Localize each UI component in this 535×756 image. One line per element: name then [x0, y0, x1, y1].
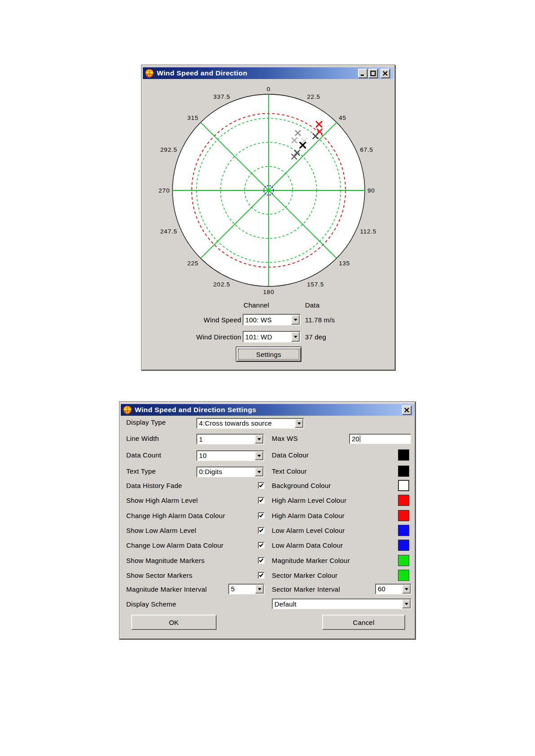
- check-icon: [259, 528, 264, 533]
- low-alarm-level-colour-label: Low Alarm Level Colour: [272, 527, 345, 534]
- magnitude-marker-interval-label: Magnitude Marker Interval: [126, 585, 207, 593]
- display-scheme-label: Display Scheme: [126, 600, 176, 608]
- cancel-button[interactable]: Cancel: [322, 615, 405, 630]
- data-count-combo-dropdown-button[interactable]: [255, 451, 263, 460]
- check-icon: [259, 543, 264, 548]
- tick-label-157.5: 157.5: [307, 281, 324, 288]
- magnitude-marker-interval-combo-dropdown-button[interactable]: [255, 585, 264, 593]
- change-high-alarm-data-colour-label: Change High Alarm Data Colour: [126, 512, 225, 519]
- wind-speed-label: Wind Speed: [150, 316, 241, 324]
- data-history-fade-label: Data History Fade: [126, 482, 182, 489]
- channel-header: Channel: [243, 301, 269, 309]
- chevron-down-icon: [294, 336, 297, 340]
- wind-speed-channel-combo[interactable]: 100: WS: [243, 314, 301, 325]
- data-colour-label: Data Colour: [272, 451, 309, 459]
- magnitude-marker-colour-swatch[interactable]: [398, 555, 409, 566]
- ok-button-label: OK: [169, 619, 179, 626]
- chevron-down-icon: [258, 588, 261, 592]
- background-colour-swatch[interactable]: [398, 480, 409, 491]
- check-icon: [259, 573, 264, 578]
- text-type-combo[interactable]: 0:Digits: [196, 466, 264, 477]
- tick-label-270: 270: [159, 187, 170, 194]
- tick-label-292.5: 292.5: [160, 146, 177, 153]
- check-icon: [259, 513, 264, 518]
- change-low-alarm-data-colour-checkbox[interactable]: [258, 542, 265, 549]
- show-low-alarm-level-checkbox[interactable]: [258, 527, 265, 534]
- settings-button[interactable]: Settings: [236, 347, 301, 362]
- tick-label-202.5: 202.5: [213, 281, 230, 288]
- magnitude-marker-interval-combo-value: 5: [229, 585, 255, 593]
- high-alarm-data-colour-swatch[interactable]: [398, 510, 409, 521]
- sector-marker-colour-swatch[interactable]: [398, 570, 409, 581]
- low-alarm-level-colour-swatch[interactable]: [398, 525, 409, 536]
- tick-label-67.5: 67.5: [360, 146, 373, 153]
- show-high-alarm-level-label: Show High Alarm Level: [126, 497, 198, 504]
- display-scheme-combo-dropdown-button[interactable]: [402, 599, 411, 608]
- chevron-down-icon: [405, 603, 408, 607]
- tick-label-225: 225: [187, 260, 199, 267]
- tick-label-247.5: 247.5: [160, 228, 177, 235]
- display-type-combo-value: 4:Cross towards source: [197, 419, 295, 427]
- show-sector-markers-label: Show Sector Markers: [126, 571, 192, 579]
- wind-direction-channel-value: 101: WD: [243, 333, 291, 341]
- display-type-combo-dropdown-button[interactable]: [295, 419, 303, 428]
- sector-marker-interval-combo-value: 60: [376, 585, 402, 593]
- text-colour-swatch[interactable]: [398, 466, 409, 477]
- show-sector-markers-checkbox[interactable]: [258, 572, 265, 579]
- line-width-label: Line Width: [126, 435, 159, 442]
- text-colour-label: Text Colour: [272, 467, 307, 475]
- sector-marker-colour-label: Sector Marker Colour: [272, 571, 338, 579]
- tick-label-45: 45: [339, 114, 346, 121]
- sector-marker-interval-combo-dropdown-button[interactable]: [402, 585, 411, 593]
- line-width-combo[interactable]: 1: [196, 434, 264, 444]
- change-low-alarm-data-colour-label: Change Low Alarm Data Colour: [126, 541, 224, 549]
- tick-label-90: 90: [367, 187, 375, 194]
- tick-label-315: 315: [187, 114, 199, 121]
- show-magnitude-markers-checkbox[interactable]: [258, 557, 265, 564]
- chevron-down-icon: [257, 438, 261, 442]
- display-scheme-combo[interactable]: Default: [272, 598, 411, 609]
- data-count-combo[interactable]: 10: [196, 450, 264, 461]
- text-type-label: Text Type: [126, 467, 156, 475]
- max-ws-input[interactable]: 20: [349, 434, 411, 444]
- plot-center-dot: [267, 189, 270, 192]
- display-type-combo[interactable]: 4:Cross towards source: [196, 418, 304, 429]
- sector-marker-interval-combo[interactable]: 60: [375, 584, 411, 594]
- magnitude-marker-interval-combo[interactable]: 5: [228, 584, 265, 594]
- ok-button[interactable]: OK: [131, 615, 217, 630]
- wind-polar-plot: 022.54567.590112.5135157.5180202.5225247…: [152, 74, 385, 307]
- change-high-alarm-data-colour-checkbox[interactable]: [258, 512, 265, 519]
- wind-direction-channel-combo[interactable]: 101: WD: [243, 331, 301, 343]
- line-width-combo-dropdown-button[interactable]: [255, 435, 263, 444]
- titlebar[interactable]: Wind Speed and Direction Settings: [121, 404, 414, 416]
- data-history-fade-checkbox[interactable]: [258, 482, 265, 489]
- cancel-button-label: Cancel: [353, 619, 375, 626]
- text-type-combo-value: 0:Digits: [197, 468, 255, 475]
- chevron-down-icon: [257, 455, 261, 459]
- data-count-combo-value: 10: [197, 452, 255, 459]
- high-alarm-level-colour-label: High Alarm Level Colour: [272, 497, 346, 504]
- wind-speed-channel-dropdown-button[interactable]: [291, 315, 300, 325]
- show-high-alarm-level-checkbox[interactable]: [258, 497, 265, 504]
- low-alarm-data-colour-swatch[interactable]: [398, 540, 409, 551]
- max-ws-label: Max WS: [272, 435, 298, 442]
- background-colour-label: Background Colour: [272, 482, 331, 489]
- high-alarm-level-colour-swatch[interactable]: [398, 495, 409, 506]
- settings-button-label: Settings: [256, 351, 281, 358]
- chevron-down-icon: [294, 319, 297, 323]
- max-ws-input-value: 20: [349, 435, 359, 443]
- window-title: Wind Speed and Direction Settings: [135, 406, 256, 414]
- sector-marker-interval-label: Sector Marker Interval: [272, 585, 340, 593]
- wind-direction-channel-dropdown-button[interactable]: [291, 332, 300, 342]
- text-type-combo-dropdown-button[interactable]: [255, 467, 263, 476]
- data-colour-swatch[interactable]: [398, 449, 409, 461]
- tick-label-180: 180: [263, 289, 274, 295]
- globe-icon: [123, 405, 132, 415]
- close-button[interactable]: [402, 405, 411, 415]
- high-alarm-data-colour-label: High Alarm Data Colour: [272, 512, 345, 519]
- settings-button-focus: Settings: [238, 349, 299, 360]
- tick-label-22.5: 22.5: [307, 93, 320, 100]
- display-scheme-combo-value: Default: [272, 600, 402, 608]
- tick-label-112.5: 112.5: [360, 228, 376, 235]
- wind-speed-value: 11.78 m/s: [305, 316, 335, 324]
